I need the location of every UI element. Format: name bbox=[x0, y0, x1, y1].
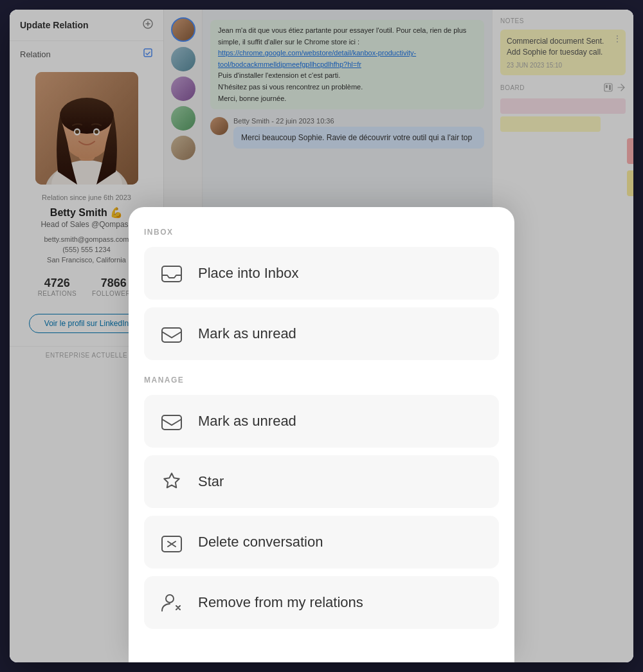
remove-from-relations-item[interactable]: Remove from my relations bbox=[144, 576, 499, 629]
mark-as-unread-manage-item[interactable]: Mark as unread bbox=[144, 395, 499, 448]
svg-rect-15 bbox=[162, 266, 181, 282]
inbox-section: INBOX Place into Inbox bbox=[144, 228, 499, 360]
remove-from-relations-label: Remove from my relations bbox=[198, 594, 363, 611]
mark-as-unread-manage-label: Mark as unread bbox=[198, 413, 296, 430]
modal-overlay: INBOX Place into Inbox bbox=[10, 10, 633, 662]
delete-icon bbox=[158, 529, 185, 556]
mark-unread-inbox-icon bbox=[158, 320, 185, 347]
star-label: Star bbox=[198, 473, 224, 490]
star-item[interactable]: Star bbox=[144, 455, 499, 508]
svg-rect-17 bbox=[162, 415, 181, 430]
delete-conversation-item[interactable]: Delete conversation bbox=[144, 516, 499, 568]
inbox-icon bbox=[158, 260, 185, 287]
modal-sheet: INBOX Place into Inbox bbox=[129, 207, 514, 662]
delete-conversation-label: Delete conversation bbox=[198, 534, 323, 550]
svg-point-19 bbox=[166, 595, 174, 603]
place-into-inbox-item[interactable]: Place into Inbox bbox=[144, 247, 499, 300]
mark-unread-manage-icon bbox=[158, 408, 185, 435]
svg-rect-16 bbox=[162, 328, 181, 342]
app-window: Update Relation Relation bbox=[10, 10, 633, 662]
mark-as-unread-inbox-label: Mark as unread bbox=[198, 325, 296, 342]
inbox-section-title: INBOX bbox=[144, 228, 499, 237]
manage-section: MANAGE Mark as unread bbox=[144, 376, 499, 629]
place-into-inbox-label: Place into Inbox bbox=[198, 265, 299, 282]
mark-as-unread-inbox-item[interactable]: Mark as unread bbox=[144, 307, 499, 360]
remove-relation-icon bbox=[158, 589, 185, 616]
star-icon bbox=[158, 468, 185, 495]
manage-section-title: MANAGE bbox=[144, 376, 499, 385]
